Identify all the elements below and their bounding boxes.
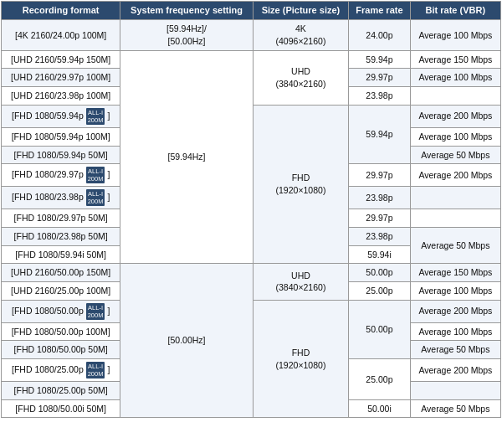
cell-bitrate: Average 100 Mbps <box>410 20 500 50</box>
cell-bitrate: Average 200 Mbps <box>410 359 500 382</box>
cell-bitrate <box>410 187 500 209</box>
badge-all-i: ALL-I200M <box>86 362 105 378</box>
cell-size: UHD(3840×2160) <box>253 264 348 300</box>
cell-size: FHD(1920×1080) <box>253 105 348 263</box>
cell-framerate: 25.00p <box>349 281 411 300</box>
cell-format: [FHD 1080/59.94p 50M] <box>2 146 120 164</box>
cell-freq: [59.94Hz] <box>120 50 253 264</box>
col-header-size: Size (Picture size) <box>253 2 348 20</box>
cell-bitrate: Average 150 Mbps <box>410 50 500 69</box>
col-header-format: Recording format <box>2 2 120 20</box>
badge-all-i: ALL-I200M <box>86 303 105 320</box>
table-row: [UHD 2160/59.94p 150M] [59.94Hz] UHD(384… <box>2 50 501 69</box>
cell-framerate: 59.94p <box>349 50 411 69</box>
cell-format: [FHD 1080/29.97p 50M] <box>2 209 120 228</box>
cell-bitrate: Average 200 Mbps <box>410 300 500 322</box>
cell-format: [FHD 1080/25.00p 50M] <box>2 382 120 400</box>
specs-table: Recording format System frequency settin… <box>1 1 501 418</box>
cell-format: [FHD 1080/23.98p ALL-I200M ] <box>2 187 120 209</box>
cell-format: [FHD 1080/50.00p ALL-I200M ] <box>2 300 120 322</box>
cell-framerate: 59.94i <box>349 245 411 264</box>
cell-bitrate: Average 100 Mbps <box>410 69 500 87</box>
cell-framerate: 29.97p <box>349 69 411 87</box>
col-header-framerate: Frame rate <box>349 2 411 20</box>
cell-format: [FHD 1080/25.00p ALL-I200M ] <box>2 359 120 382</box>
cell-format: [UHD 2160/50.00p 150M] <box>2 264 120 282</box>
cell-bitrate: Average 50 Mbps <box>410 341 500 359</box>
cell-framerate: 50.00i <box>349 399 411 418</box>
table-row: [4K 2160/24.00p 100M] [59.94Hz]/[50.00Hz… <box>2 20 501 50</box>
col-header-bitrate: Bit rate (VBR) <box>410 2 500 20</box>
cell-size: 4K(4096×2160) <box>253 20 348 50</box>
cell-framerate: 50.00p <box>349 300 411 358</box>
cell-format: [FHD 1080/50.00p 100M] <box>2 322 120 341</box>
cell-format: [FHD 1080/50.00i 50M] <box>2 399 120 418</box>
cell-bitrate: Average 50 Mbps <box>410 227 500 263</box>
col-header-freq: System frequency setting <box>120 2 253 20</box>
cell-bitrate <box>410 382 500 400</box>
cell-bitrate: Average 100 Mbps <box>410 322 500 341</box>
cell-format: [FHD 1080/29.97p ALL-I200M ] <box>2 164 120 187</box>
cell-bitrate <box>410 209 500 228</box>
cell-bitrate: Average 50 Mbps <box>410 399 500 418</box>
cell-framerate: 59.94p <box>349 105 411 163</box>
cell-framerate: 23.98p <box>349 87 411 106</box>
cell-bitrate: Average 100 Mbps <box>410 281 500 300</box>
cell-framerate: 29.97p <box>349 164 411 187</box>
cell-format: [4K 2160/24.00p 100M] <box>2 20 120 50</box>
cell-freq: [50.00Hz] <box>120 264 253 418</box>
cell-format: [UHD 2160/23.98p 100M] <box>2 87 120 106</box>
cell-framerate: 50.00p <box>349 264 411 282</box>
table-row: [UHD 2160/50.00p 150M] [50.00Hz] UHD(384… <box>2 264 501 282</box>
cell-framerate: 24.00p <box>349 20 411 50</box>
cell-bitrate: Average 200 Mbps <box>410 105 500 127</box>
badge-all-i: ALL-I200M <box>86 108 105 125</box>
cell-bitrate <box>410 87 500 106</box>
cell-size: UHD(3840×2160) <box>253 50 348 105</box>
badge-all-i: ALL-I200M <box>86 189 105 206</box>
cell-format: [FHD 1080/50.00p 50M] <box>2 341 120 359</box>
cell-format: [UHD 2160/29.97p 100M] <box>2 69 120 87</box>
cell-bitrate: Average 150 Mbps <box>410 264 500 282</box>
cell-bitrate: Average 50 Mbps <box>410 146 500 164</box>
cell-size: FHD(1920×1080) <box>253 300 348 418</box>
cell-format: [UHD 2160/59.94p 150M] <box>2 50 120 69</box>
cell-framerate: 29.97p <box>349 209 411 228</box>
cell-format: [FHD 1080/23.98p 50M] <box>2 227 120 245</box>
cell-framerate: 25.00p <box>349 359 411 400</box>
cell-bitrate: Average 100 Mbps <box>410 127 500 146</box>
cell-format: [FHD 1080/59.94p 100M] <box>2 127 120 146</box>
cell-format: [FHD 1080/59.94p ALL-I200M ] <box>2 105 120 127</box>
cell-format: [FHD 1080/59.94i 50M] <box>2 245 120 264</box>
cell-framerate: 23.98p <box>349 187 411 209</box>
cell-freq: [59.94Hz]/[50.00Hz] <box>120 20 253 50</box>
cell-bitrate: Average 200 Mbps <box>410 164 500 187</box>
cell-format: [UHD 2160/25.00p 100M] <box>2 281 120 300</box>
badge-all-i: ALL-I200M <box>86 167 105 183</box>
cell-framerate: 23.98p <box>349 227 411 245</box>
